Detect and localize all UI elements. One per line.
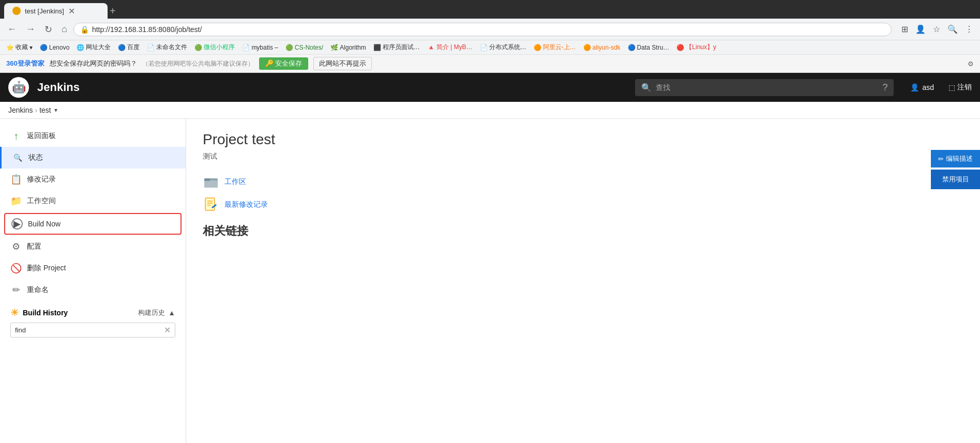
back-button[interactable]: ←	[4, 22, 20, 37]
sidebar-item-rename[interactable]: ✏ 重命名	[0, 279, 186, 301]
sidebar-label-rename: 重命名	[27, 285, 175, 295]
sidebar-item-change-log[interactable]: 📋 修改记录	[0, 169, 186, 190]
sidebar-label-config: 配置	[27, 242, 175, 251]
bookmark-baidu[interactable]: 🔵 百度	[116, 42, 142, 53]
bookmark-algorithm[interactable]: 🌿 Algorithm	[328, 43, 368, 52]
bookmark-aliyun[interactable]: 🟠 阿里云-上…	[532, 42, 578, 53]
right-actions: ✏ 编辑描述 禁用项目	[931, 150, 980, 189]
sidebar-label-workspace: 工作空间	[27, 196, 175, 206]
browser-toolbar: ← → ↻ ⌂ 🔒 ⊞ 👤 ☆ 🔍 ⋮	[0, 19, 980, 40]
username-label: asd	[922, 83, 934, 91]
sidebar-item-delete[interactable]: 🚫 删除 Project	[0, 257, 186, 279]
clipboard-icon: 📋	[10, 174, 22, 185]
workspace-link[interactable]: 工作区	[203, 174, 963, 190]
edit-desc-label: 编辑描述	[946, 154, 973, 163]
jenkins-header: 🤖 Jenkins 🔍 ? 👤 asd ⬚ 注销	[0, 73, 980, 102]
tab-close-button[interactable]: ✕	[68, 6, 75, 16]
jenkins-title: Jenkins	[37, 81, 80, 94]
bookmark-linux[interactable]: 🔴 【Linux】y	[674, 42, 718, 53]
arrow-up-icon: ↑	[10, 130, 22, 142]
active-tab[interactable]: test [Jenkins] ✕	[4, 3, 108, 19]
new-tab-button[interactable]: +	[110, 5, 116, 17]
svg-rect-1	[204, 180, 218, 188]
sidebar-item-config[interactable]: ⚙ 配置	[0, 236, 186, 257]
breadcrumb: Jenkins › test ▾	[0, 102, 980, 119]
sun-icon: ☀	[10, 307, 19, 318]
bookmark-unnamed[interactable]: 📄 未命名文件	[145, 42, 189, 53]
gear-icon: ⚙	[10, 241, 22, 252]
build-history-collapse-icon[interactable]: ▲	[168, 309, 175, 317]
home-button[interactable]: ⌂	[58, 22, 70, 37]
sidebar-item-status[interactable]: 🔍 状态	[0, 147, 186, 169]
bookmark-data-struct[interactable]: 🔵 Data Stru…	[626, 43, 672, 52]
jenkins-search-box[interactable]: 🔍 ?	[635, 79, 894, 96]
changelog-link[interactable]: 最新修改记录	[203, 196, 963, 213]
main-layout: ↑ 返回面板 🔍 状态 📋 修改记录 📁 工作空间 ▶ Build Now ⚙ …	[0, 119, 980, 443]
tab-favicon	[12, 7, 21, 15]
bookmark-url-nav[interactable]: 🌐 网址大全	[74, 42, 113, 53]
bookmark-favorites[interactable]: ⭐ 收藏 ▾	[4, 42, 35, 53]
page-title: Project test	[203, 131, 963, 148]
sidebar-item-back-to-dashboard[interactable]: ↑ 返回面板	[0, 125, 186, 147]
jenkins-user: 👤 asd	[910, 83, 934, 91]
sidebar: ↑ 返回面板 🔍 状态 📋 修改记录 📁 工作空间 ▶ Build Now ⚙ …	[0, 119, 186, 443]
ssl-icon: 🔒	[80, 25, 89, 34]
breadcrumb-dropdown-icon[interactable]: ▾	[54, 106, 57, 114]
bookmarks-bar: ⭐ 收藏 ▾ 🔵 Lenovo 🌐 网址大全 🔵 百度 📄 未命名文件 🟢 微信…	[0, 40, 980, 55]
edit-description-button[interactable]: ✏ 编辑描述	[931, 150, 980, 167]
bookmark-mybatis[interactable]: 📄 mybatis –	[240, 43, 280, 52]
edit-icon: ✏	[938, 155, 944, 163]
security-settings-icon[interactable]: ⚙	[968, 60, 974, 68]
security-question: 想安全保存此网页的密码吗？	[50, 59, 137, 68]
security-save-button[interactable]: 🔑 安全保存	[259, 57, 309, 70]
star-button[interactable]: ☆	[930, 23, 943, 36]
search-icon: 🔍	[641, 83, 652, 93]
jenkins-logo[interactable]: 🤖	[8, 77, 29, 98]
bookmark-lenovo[interactable]: 🔵 Lenovo	[38, 43, 71, 52]
extensions-button[interactable]: ⊞	[899, 23, 911, 36]
user-icon: 👤	[910, 83, 919, 91]
address-bar[interactable]: 🔒	[73, 23, 892, 36]
jenkins-logout-button[interactable]: ⬚ 注销	[948, 83, 972, 92]
build-history-find-input[interactable]	[15, 326, 162, 334]
refresh-button[interactable]: ↻	[41, 22, 55, 37]
workspace-folder-icon	[203, 174, 219, 190]
bookmark-csnotes[interactable]: 🟢 CS-Notes/	[283, 43, 325, 52]
bookmark-mybatis2[interactable]: 🔺 简介 | MyB…	[425, 42, 475, 53]
disable-project-button[interactable]: 禁用项目	[931, 170, 980, 189]
sidebar-label-changelog: 修改记录	[27, 175, 175, 184]
build-history-header: ☀ Build History 构建历史 ▲	[10, 307, 175, 318]
bookmark-distributed[interactable]: 📄 分布式系统…	[478, 42, 529, 53]
search-icon: 🔍	[12, 152, 23, 163]
toolbar-extensions: ⊞ 👤 ☆ 🔍 ⋮	[899, 23, 976, 36]
sidebar-item-build-now[interactable]: ▶ Build Now	[4, 213, 182, 235]
folder-icon: 📁	[10, 195, 22, 207]
sidebar-item-workspace[interactable]: 📁 工作空间	[0, 190, 186, 212]
build-history-title: ☀ Build History	[10, 307, 68, 318]
profile-button[interactable]: 👤	[913, 23, 928, 36]
jenkins-logo-icon: 🤖	[12, 81, 26, 94]
ban-icon: 🚫	[10, 263, 22, 274]
build-history-title-label: Build History	[23, 309, 68, 317]
url-input[interactable]	[92, 25, 885, 34]
build-history-find-box[interactable]: ✕	[10, 323, 175, 338]
security-note: （若您使用网吧等公共电脑不建议保存）	[142, 59, 254, 68]
build-history-section: ☀ Build History 构建历史 ▲ ✕	[0, 301, 186, 344]
sidebar-label-status: 状态	[28, 153, 175, 162]
forward-button[interactable]: →	[23, 22, 38, 37]
search-help-icon[interactable]: ?	[882, 82, 887, 93]
bookmark-wechat[interactable]: 🟢 微信小程序	[192, 42, 237, 53]
breadcrumb-test[interactable]: test	[39, 106, 51, 114]
find-clear-button[interactable]: ✕	[164, 325, 171, 335]
security-bar: 360登录管家 想安全保存此网页的密码吗？ （若您使用网吧等公共电脑不建议保存）…	[0, 55, 980, 73]
bookmark-aliyun-sdk[interactable]: 🟠 aliyun-sdk	[581, 43, 623, 52]
search-input[interactable]	[656, 83, 878, 91]
menu-button[interactable]: ⋮	[962, 23, 976, 36]
build-history-chinese-label: 构建历史	[138, 308, 165, 317]
bookmark-programmer[interactable]: ⬛ 程序员面试…	[371, 42, 422, 53]
breadcrumb-jenkins[interactable]: Jenkins	[8, 106, 33, 114]
search-btn[interactable]: 🔍	[945, 23, 960, 36]
disable-label: 禁用项目	[942, 175, 969, 183]
related-links-title: 相关链接	[203, 223, 963, 239]
security-no-save-button[interactable]: 此网站不再提示	[313, 57, 372, 70]
